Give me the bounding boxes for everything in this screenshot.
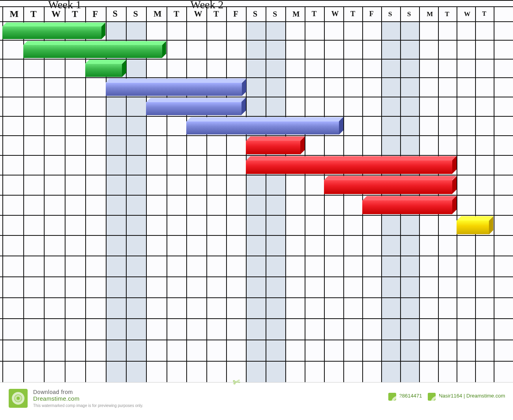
gantt-bar: [246, 136, 305, 154]
day-label: T: [174, 9, 179, 19]
day-label: M: [427, 10, 433, 18]
day-label: T: [445, 10, 449, 18]
day-label: S: [273, 9, 277, 18]
day-label: W: [51, 9, 60, 19]
day-label: F: [369, 10, 374, 18]
gantt-bar: [146, 98, 246, 115]
day-label: S: [407, 10, 411, 18]
day-label: T: [213, 9, 219, 19]
gantt-bar: [23, 41, 167, 58]
day-label: F: [233, 9, 238, 19]
download-label: Download from: [33, 389, 143, 395]
day-label: T: [72, 9, 78, 19]
watermark-note: This watermarked comp image is for previ…: [33, 403, 143, 408]
day-label: M: [292, 10, 300, 19]
day-label: M: [154, 9, 161, 19]
site-name: Dreamstime.com: [33, 395, 143, 402]
credit-block: 28614471 Nasir1164 | Dreamstime.com: [388, 393, 505, 401]
gantt-bar: [2, 22, 106, 39]
gantt-bar: [106, 78, 246, 96]
gantt-bar: [457, 216, 494, 234]
day-label: T: [30, 9, 37, 19]
day-label: T: [312, 10, 317, 18]
gantt-bar: [186, 117, 343, 134]
day-label: S: [388, 10, 392, 18]
day-label: S: [253, 9, 257, 18]
gantt-bar: [85, 60, 126, 77]
day-label: S: [133, 9, 138, 19]
day-label: F: [92, 9, 98, 19]
day-label: M: [9, 9, 19, 19]
dreamstime-logo-icon: [9, 389, 28, 408]
gantt-bar: [362, 196, 457, 214]
day-label: W: [464, 10, 470, 17]
day-label: W: [194, 9, 202, 19]
gantt-chart: Week 1Week 2MTWTFSSMTWTFSSMTWTFSSMTWT: [0, 0, 513, 383]
gantt-bar: [246, 156, 457, 174]
stock-footer: ✄ Download from Dreamstime.com This wate…: [0, 382, 513, 420]
day-label: T: [482, 11, 487, 18]
credit-text: Nasir1164 | Dreamstime.com: [439, 393, 505, 399]
day-label: S: [113, 9, 118, 19]
gantt-bar: [324, 176, 457, 194]
day-label: T: [350, 10, 355, 18]
day-label: W: [331, 10, 339, 18]
